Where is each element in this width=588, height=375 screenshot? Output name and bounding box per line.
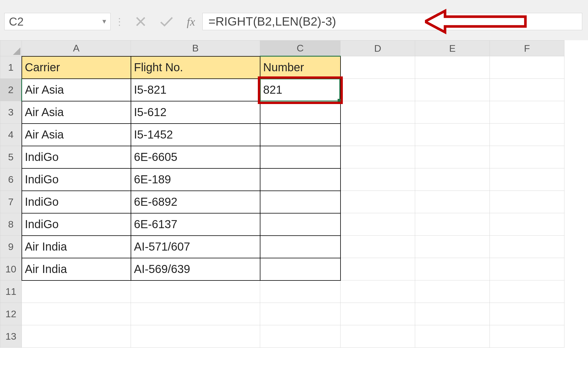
cell-D1[interactable] bbox=[341, 56, 415, 79]
cell-A8[interactable]: IndiGo bbox=[22, 213, 131, 236]
cell-C12[interactable] bbox=[260, 303, 341, 325]
cell-E3[interactable] bbox=[415, 101, 490, 124]
cell-B10[interactable]: AI-569/639 bbox=[131, 258, 260, 280]
cell-F9[interactable] bbox=[490, 236, 564, 258]
spreadsheet-grid[interactable]: A B C D E F 1 Carrier Flight No. Number … bbox=[0, 40, 588, 375]
column-header-D[interactable]: D bbox=[341, 41, 415, 56]
cell-A10[interactable]: Air India bbox=[22, 258, 131, 280]
cell-B8[interactable]: 6E-6137 bbox=[131, 213, 260, 236]
cell-D9[interactable] bbox=[341, 236, 415, 258]
cell-A1[interactable]: Carrier bbox=[22, 56, 131, 79]
row-header-12[interactable]: 12 bbox=[0, 303, 22, 325]
cell-C3[interactable] bbox=[260, 101, 341, 124]
row-header-10[interactable]: 10 bbox=[0, 258, 22, 280]
cell-F2[interactable] bbox=[490, 79, 564, 101]
cell-B3[interactable]: I5-612 bbox=[131, 101, 260, 124]
name-box-dropdown-icon[interactable]: ▼ bbox=[101, 18, 107, 25]
cell-B7[interactable]: 6E-6892 bbox=[131, 191, 260, 213]
cell-E11[interactable] bbox=[415, 280, 490, 303]
formula-input[interactable]: =RIGHT(B2,LEN(B2)-3) bbox=[202, 13, 582, 30]
column-header-A[interactable]: A bbox=[22, 41, 131, 56]
row-header-11[interactable]: 11 bbox=[0, 280, 22, 303]
cell-A4[interactable]: Air Asia bbox=[22, 124, 131, 146]
cell-E1[interactable] bbox=[415, 56, 490, 79]
cell-D10[interactable] bbox=[341, 258, 415, 280]
cell-B13[interactable] bbox=[131, 325, 260, 348]
column-header-B[interactable]: B bbox=[131, 41, 260, 56]
cell-C8[interactable] bbox=[260, 213, 341, 236]
cell-B4[interactable]: I5-1452 bbox=[131, 124, 260, 146]
cell-B11[interactable] bbox=[131, 280, 260, 303]
cell-D11[interactable] bbox=[341, 280, 415, 303]
cell-E2[interactable] bbox=[415, 79, 490, 101]
cell-C5[interactable] bbox=[260, 146, 341, 168]
cell-F10[interactable] bbox=[490, 258, 564, 280]
row-header-7[interactable]: 7 bbox=[0, 191, 22, 213]
row-header-3[interactable]: 3 bbox=[0, 101, 22, 124]
column-header-C[interactable]: C bbox=[260, 41, 341, 56]
cell-A11[interactable] bbox=[22, 280, 131, 303]
cell-D3[interactable] bbox=[341, 101, 415, 124]
cell-A6[interactable]: IndiGo bbox=[22, 168, 131, 191]
cell-A7[interactable]: IndiGo bbox=[22, 191, 131, 213]
insert-function-button[interactable]: fx bbox=[179, 15, 202, 28]
cell-C4[interactable] bbox=[260, 124, 341, 146]
cell-C13[interactable] bbox=[260, 325, 341, 348]
cell-C7[interactable] bbox=[260, 191, 341, 213]
cell-E4[interactable] bbox=[415, 124, 490, 146]
cell-F3[interactable] bbox=[490, 101, 564, 124]
cell-D8[interactable] bbox=[341, 213, 415, 236]
cell-E10[interactable] bbox=[415, 258, 490, 280]
cell-E13[interactable] bbox=[415, 325, 490, 348]
cell-A2[interactable]: Air Asia bbox=[22, 79, 131, 101]
column-header-F[interactable]: F bbox=[490, 41, 564, 56]
cancel-formula-button[interactable] bbox=[128, 13, 154, 30]
cell-A12[interactable] bbox=[22, 303, 131, 325]
cell-F5[interactable] bbox=[490, 146, 564, 168]
row-header-4[interactable]: 4 bbox=[0, 124, 22, 146]
name-box[interactable]: C2 ▼ bbox=[4, 13, 111, 30]
column-header-E[interactable]: E bbox=[415, 41, 490, 56]
cell-C1[interactable]: Number bbox=[260, 56, 341, 79]
cell-F12[interactable] bbox=[490, 303, 564, 325]
select-all-corner[interactable] bbox=[0, 41, 22, 56]
cell-F8[interactable] bbox=[490, 213, 564, 236]
row-header-13[interactable]: 13 bbox=[0, 325, 22, 348]
row-header-5[interactable]: 5 bbox=[0, 146, 22, 168]
cell-D7[interactable] bbox=[341, 191, 415, 213]
cell-E9[interactable] bbox=[415, 236, 490, 258]
cell-E8[interactable] bbox=[415, 213, 490, 236]
row-header-2[interactable]: 2 bbox=[0, 79, 22, 101]
cell-E5[interactable] bbox=[415, 146, 490, 168]
cell-B1[interactable]: Flight No. bbox=[131, 56, 260, 79]
cell-B12[interactable] bbox=[131, 303, 260, 325]
cell-C6[interactable] bbox=[260, 168, 341, 191]
cell-F11[interactable] bbox=[490, 280, 564, 303]
cell-E12[interactable] bbox=[415, 303, 490, 325]
enter-formula-button[interactable] bbox=[154, 13, 179, 30]
cell-F13[interactable] bbox=[490, 325, 564, 348]
cell-A9[interactable]: Air India bbox=[22, 236, 131, 258]
cell-B2[interactable]: I5-821 bbox=[131, 79, 260, 101]
cell-B5[interactable]: 6E-6605 bbox=[131, 146, 260, 168]
cell-E7[interactable] bbox=[415, 191, 490, 213]
cell-F4[interactable] bbox=[490, 124, 564, 146]
cell-D12[interactable] bbox=[341, 303, 415, 325]
row-header-6[interactable]: 6 bbox=[0, 168, 22, 191]
row-header-9[interactable]: 9 bbox=[0, 236, 22, 258]
cell-A13[interactable] bbox=[22, 325, 131, 348]
cell-F7[interactable] bbox=[490, 191, 564, 213]
cell-D5[interactable] bbox=[341, 146, 415, 168]
cell-C9[interactable] bbox=[260, 236, 341, 258]
cell-D13[interactable] bbox=[341, 325, 415, 348]
cell-B6[interactable]: 6E-189 bbox=[131, 168, 260, 191]
cell-D4[interactable] bbox=[341, 124, 415, 146]
cell-C2[interactable]: 821 bbox=[260, 79, 341, 101]
cell-C11[interactable] bbox=[260, 280, 341, 303]
cell-A5[interactable]: IndiGo bbox=[22, 146, 131, 168]
cell-C10[interactable] bbox=[260, 258, 341, 280]
cell-A3[interactable]: Air Asia bbox=[22, 101, 131, 124]
cell-B9[interactable]: AI-571/607 bbox=[131, 236, 260, 258]
cell-F6[interactable] bbox=[490, 168, 564, 191]
cell-F1[interactable] bbox=[490, 56, 564, 79]
